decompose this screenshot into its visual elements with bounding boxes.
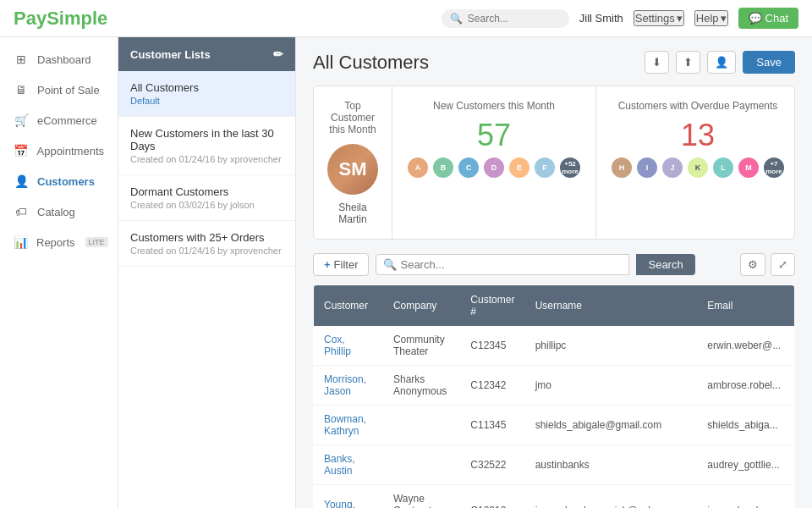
page-header: All Customers ⬇ ⬆ 👤 Save — [313, 51, 795, 74]
filter-button[interactable]: + Filter — [313, 253, 369, 276]
mini-avatar: C — [457, 156, 480, 179]
table-row: Cox, Phillip Community Theater C12345 ph… — [314, 326, 795, 366]
list-item-name: Customers with 25+ Orders — [130, 231, 283, 244]
table-search-input[interactable] — [400, 258, 622, 271]
sidebar-item-label: Reports — [36, 236, 75, 249]
chevron-down-icon: ▾ — [677, 12, 683, 25]
list-item-name: Dormant Customers — [130, 185, 283, 198]
sidebar-item-reports[interactable]: 📊 Reports LITE — [0, 227, 118, 257]
mini-avatar: D — [482, 156, 506, 179]
overdue-card: Customers with Overdue Payments 13 H I J… — [596, 86, 795, 239]
email-cell: ambrose.robel... — [697, 366, 794, 406]
table-row: Bowman, Kathryn C11345 shields_abigale@g… — [314, 406, 795, 445]
company-cell — [383, 445, 460, 485]
col-company: Company — [383, 285, 460, 327]
chat-button[interactable]: 💬 Chat — [738, 8, 798, 29]
email-cell: jacquelyn_hor... — [697, 485, 794, 509]
filter-row: + Filter 🔍 Search ⚙ ⤢ — [313, 253, 795, 276]
user-add-button[interactable]: 👤 — [707, 51, 736, 74]
appointments-icon: 📅 — [14, 144, 29, 157]
table-expand-button[interactable]: ⤢ — [771, 253, 795, 276]
sidebar-item-label: Dashboard — [37, 53, 91, 66]
search-input[interactable] — [468, 13, 561, 25]
company-cell: Wayne Contractors, Inc. — [383, 485, 460, 509]
upload-button[interactable]: ⬆ — [676, 51, 700, 74]
overdue-title: Customers with Overdue Payments — [610, 100, 786, 112]
sidebar: ⊞ Dashboard 🖥 Point of Sale 🛒 eCommerce … — [0, 37, 118, 508]
company-cell — [383, 406, 460, 445]
list-item-all-customers[interactable]: All Customers Default — [118, 71, 295, 117]
page-title: All Customers — [313, 52, 429, 74]
mini-avatar: A — [406, 156, 430, 179]
sidebar-item-dashboard[interactable]: ⊞ Dashboard — [0, 44, 118, 75]
top-customer-name: Sheila Martin — [327, 202, 378, 225]
reports-icon: 📊 — [14, 235, 28, 249]
more-avatars-badge: +52more — [558, 156, 582, 179]
settings-button[interactable]: Settings ▾ — [634, 10, 684, 26]
new-customers-card: New Customers this Month 57 A B C D E F … — [392, 86, 596, 239]
search-icon: 🔍 — [383, 258, 397, 271]
list-item-dormant[interactable]: Dormant Customers Created on 03/02/16 by… — [118, 175, 295, 221]
customer-num-cell: C12342 — [460, 366, 524, 406]
table-settings-button[interactable]: ⚙ — [740, 253, 765, 276]
mini-avatar: L — [711, 156, 735, 179]
sidebar-item-label: Customers — [37, 175, 95, 188]
save-button[interactable]: Save — [743, 51, 795, 74]
page-actions: ⬇ ⬆ 👤 Save — [645, 51, 795, 74]
pos-icon: 🖥 — [14, 83, 29, 97]
reports-badge: LITE — [85, 237, 108, 247]
username-cell: austinbanks — [525, 445, 698, 485]
overdue-avatars: H I J K L M +7more — [610, 156, 786, 179]
chevron-down-icon: ▾ — [721, 12, 727, 25]
username-cell: phillipc — [525, 326, 698, 366]
mini-avatar: E — [508, 156, 531, 179]
download-button[interactable]: ⬇ — [645, 51, 669, 74]
list-item-sub: Created on 03/02/16 by jolson — [130, 200, 283, 210]
mini-avatar: K — [686, 156, 710, 179]
sidebar-item-label: Point of Sale — [37, 84, 100, 97]
sidebar-item-point-of-sale[interactable]: 🖥 Point of Sale — [0, 75, 118, 105]
help-button[interactable]: Help ▾ — [694, 10, 728, 26]
customer-name-cell[interactable]: Cox, Phillip — [314, 326, 383, 366]
mini-avatar: J — [661, 156, 684, 179]
customer-name-cell[interactable]: Young, Janet — [314, 485, 383, 509]
stats-row: Top Customer this Month SM Sheila Martin… — [313, 86, 795, 240]
table-row: Banks, Austin C32522 austinbanks audrey_… — [314, 445, 795, 485]
sidebar-item-ecommerce[interactable]: 🛒 eCommerce — [0, 105, 118, 135]
company-cell: Community Theater — [383, 326, 460, 366]
list-item-new30[interactable]: New Customers in the last 30 Days Create… — [118, 117, 295, 175]
customer-name-cell[interactable]: Banks, Austin — [314, 445, 383, 485]
sidebar-item-appointments[interactable]: 📅 Appointments — [0, 135, 118, 166]
table-search[interactable]: 🔍 — [376, 254, 629, 275]
ecommerce-icon: 🛒 — [14, 113, 29, 127]
mini-avatar: I — [635, 156, 659, 179]
sidebar-item-customers[interactable]: 👤 Customers — [0, 166, 118, 196]
customer-num-cell: C12312 — [460, 485, 524, 509]
sidebar-item-catalog[interactable]: 🏷 Catalog — [0, 196, 118, 227]
edit-icon[interactable]: ✏ — [273, 47, 283, 61]
customer-name-cell[interactable]: Bowman, Kathryn — [314, 406, 383, 445]
customer-name-cell[interactable]: Morrison, Jason — [314, 366, 383, 406]
col-username: Username — [525, 285, 698, 327]
list-item-name: All Customers — [130, 81, 283, 94]
customer-num-cell: C12345 — [460, 326, 524, 366]
top-customer-card: Top Customer this Month SM Sheila Martin — [314, 86, 392, 239]
global-search[interactable]: 🔍 — [442, 9, 569, 28]
email-cell: shields_abiga... — [697, 406, 794, 445]
table-header-row: Customer Company Customer # Username Ema… — [314, 285, 795, 327]
table-row: Morrison, Jason Sharks Anonymous C12342 … — [314, 366, 795, 406]
top-customer-avatar: SM — [327, 144, 378, 195]
customer-lists-title: Customer Lists — [130, 48, 211, 61]
mini-avatar: F — [533, 156, 557, 179]
customer-lists-panel: Customer Lists ✏ All Customers Default N… — [118, 37, 296, 508]
sidebar-item-label: Catalog — [37, 206, 75, 218]
search-go-button[interactable]: Search — [636, 254, 694, 275]
more-overdue-badge: +7more — [762, 156, 786, 179]
sidebar-item-label: Appointments — [37, 145, 105, 157]
layout: ⊞ Dashboard 🖥 Point of Sale 🛒 eCommerce … — [0, 37, 812, 508]
top-customer-title: Top Customer this Month — [327, 100, 378, 135]
new-customers-avatars: A B C D E F +52more — [406, 156, 582, 179]
header: PaySimple 🔍 Jill Smith Settings ▾ Help ▾… — [0, 0, 812, 37]
list-item-25plus[interactable]: Customers with 25+ Orders Created on 01/… — [118, 221, 295, 267]
logo: PaySimple — [14, 8, 107, 30]
